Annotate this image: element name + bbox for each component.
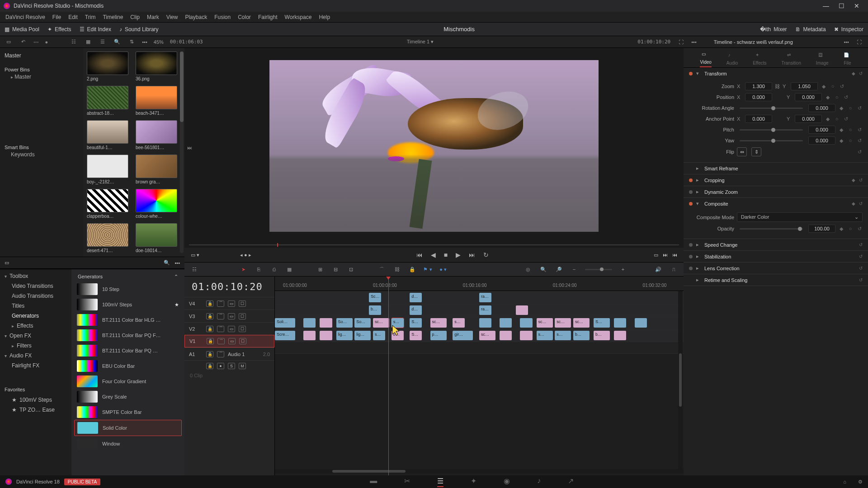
sort-button[interactable]: ⇅	[127, 38, 136, 46]
pos-y-input[interactable]: 0.000	[795, 93, 822, 101]
media-thumb[interactable]: clapperboa…	[87, 189, 128, 219]
deliver-page[interactable]: ↗	[568, 477, 574, 487]
dynamic-zoom-header[interactable]: ▸Dynamic Zoom	[684, 186, 868, 197]
menu-color[interactable]: Color	[238, 14, 251, 20]
media-thumb[interactable]: beach-3471…	[136, 86, 177, 116]
track-v3[interactable]: b…d…ra…	[275, 304, 684, 316]
generator-item[interactable]: EBU Color Bar	[74, 358, 182, 374]
audio-toggle[interactable]: 🔊	[654, 265, 663, 274]
close-button[interactable]: ✕	[849, 2, 864, 9]
media-page[interactable]: ▬	[370, 477, 377, 487]
inspector-tab-audio[interactable]: ♪Audio	[726, 52, 738, 67]
timeline-clip[interactable]: s…	[453, 318, 465, 328]
media-thumb[interactable]: 2.png	[87, 52, 128, 81]
generator-item[interactable]: Solid Color	[74, 420, 182, 436]
cut-page[interactable]: ✂	[404, 477, 410, 487]
menu-timeline[interactable]: Timeline	[103, 14, 123, 20]
generator-item[interactable]: Four Color Gradient	[74, 374, 182, 389]
power-bin-master[interactable]: Master	[5, 72, 79, 81]
media-thumb[interactable]: abstract-18…	[87, 86, 128, 116]
timeline-clip[interactable]: lig…	[336, 331, 353, 340]
audiofx-node[interactable]: Audio FX	[0, 351, 71, 361]
media-thumb[interactable]: bee-561801…	[136, 120, 177, 150]
metadata-toggle[interactable]: 🗎 Metadata	[795, 26, 826, 33]
audio-transitions[interactable]: Audio Transitions	[0, 291, 71, 301]
timeline-clip[interactable]: Soli…	[275, 318, 295, 328]
detail-zoom[interactable]: 🔍	[539, 265, 548, 274]
timeline-clip[interactable]: b…	[369, 305, 381, 315]
timeline-clip[interactable]	[520, 331, 532, 340]
flip-h-button[interactable]: ⇔	[737, 147, 747, 156]
timeline-clip[interactable]: ra…	[479, 305, 491, 315]
timeline-clip[interactable]	[303, 331, 316, 340]
lock-icon[interactable]: 🔒	[206, 363, 213, 369]
timeline-clip[interactable]: sc…	[537, 318, 553, 328]
filters[interactable]: Filters	[0, 341, 71, 351]
track-header-v3[interactable]: V3🔒⌒▭☐	[184, 310, 274, 322]
mixer-mini[interactable]: ⎍	[669, 265, 678, 274]
first-frame-button[interactable]: ⏮	[416, 251, 423, 258]
viewer-zoom[interactable]: 45%	[154, 39, 164, 45]
viewer[interactable]: ⏭	[184, 48, 684, 242]
inspector-tab-effects[interactable]: ✦Effects	[753, 52, 766, 67]
timeline-clip[interactable]: sc…	[373, 318, 389, 328]
timeline-name[interactable]: Timeline 1 ▾	[407, 39, 434, 45]
generator-item[interactable]: Grey Scale	[74, 389, 182, 404]
generator-item[interactable]: BT.2111 Color Bar PQ …	[74, 343, 182, 358]
custom-zoom[interactable]: 🔎	[554, 265, 563, 274]
next-frame-button[interactable]: ⏭	[469, 251, 475, 258]
color-page[interactable]: ◉	[504, 477, 510, 487]
media-thumb[interactable]: desert-471…	[87, 223, 128, 253]
inspector-tab-file[interactable]: 📄File	[844, 52, 852, 67]
match-frame-button[interactable]: ▭ ▾	[191, 252, 199, 258]
menu-workspace[interactable]: Workspace	[285, 14, 312, 20]
fx-panel-toggle[interactable]: ▭	[5, 260, 9, 266]
menu-fusion[interactable]: Fusion	[214, 14, 231, 20]
record-icon[interactable]: ●	[217, 363, 224, 369]
edit-page[interactable]: ☰	[437, 477, 443, 487]
timeline-clip[interactable]	[320, 318, 332, 328]
timeline-clip[interactable]: d…	[410, 293, 422, 302]
track-a1[interactable]	[275, 342, 684, 353]
generators[interactable]: Generators	[0, 311, 71, 321]
thumb-view-button[interactable]: ▦	[84, 38, 92, 46]
overwrite-button[interactable]: ⏭	[663, 252, 668, 258]
video-transitions[interactable]: Video Transitions	[0, 281, 71, 291]
horiz-scrollbar[interactable]	[275, 469, 684, 474]
rotation-input[interactable]: 0.000	[808, 104, 835, 112]
mute-button[interactable]: M	[239, 363, 246, 369]
opacity-input[interactable]: 100.00	[808, 225, 835, 233]
generator-item[interactable]: 10 Step	[74, 282, 182, 297]
collapse-icon[interactable]: ⌃	[174, 274, 178, 280]
menu-file[interactable]: File	[52, 14, 61, 20]
inspector-expand[interactable]: ⛶	[855, 38, 863, 46]
overwrite-clip[interactable]: ⊟	[331, 265, 340, 274]
track-v1[interactable]: Scre…lig…lig…s…b…S…p…gir…sc…s…s…b…b…	[275, 329, 684, 342]
timeline-clip[interactable]: d…	[410, 305, 422, 315]
inspector-toggle[interactable]: ✖ Inspector	[834, 26, 863, 33]
openfx-node[interactable]: Open FX	[0, 331, 71, 341]
timeline-clip[interactable]	[520, 318, 532, 328]
menu-davinci-resolve[interactable]: DaVinci Resolve	[5, 14, 45, 20]
audio-track-header[interactable]: A1 🔒 ⌒ Audio 1 2.0	[184, 347, 274, 360]
lock-icon[interactable]: 🔒	[206, 351, 213, 357]
timeline-clip[interactable]	[479, 318, 491, 328]
menu-view[interactable]: View	[166, 14, 178, 20]
opacity-slider[interactable]	[740, 228, 803, 230]
timeline-clip[interactable]: S…	[410, 331, 422, 340]
replace-button[interactable]: ⏮	[672, 252, 677, 258]
timeline-view-options[interactable]: ☷	[190, 265, 199, 274]
menu-edit[interactable]: Edit	[68, 14, 78, 20]
timeline-clip[interactable]: gir…	[453, 331, 473, 340]
track-header-v4[interactable]: V4🔒⌒▭☐	[184, 297, 274, 310]
stabilization-header[interactable]: ▸Stabilization↺	[684, 251, 868, 262]
smart-bin-keywords[interactable]: Keywords	[5, 150, 79, 159]
list-view-button[interactable]: ☷	[70, 38, 78, 46]
viewer-scrubber[interactable]	[189, 242, 679, 248]
timeline-clip[interactable]: sc…	[555, 318, 571, 328]
strip-view-button[interactable]: ☰	[99, 38, 107, 46]
timeline-clip[interactable]	[500, 331, 512, 340]
timeline-clip[interactable]: ra…	[479, 293, 491, 302]
loop-button[interactable]: ↻	[483, 251, 489, 258]
zoom-y-input[interactable]: 1.050	[791, 82, 818, 90]
